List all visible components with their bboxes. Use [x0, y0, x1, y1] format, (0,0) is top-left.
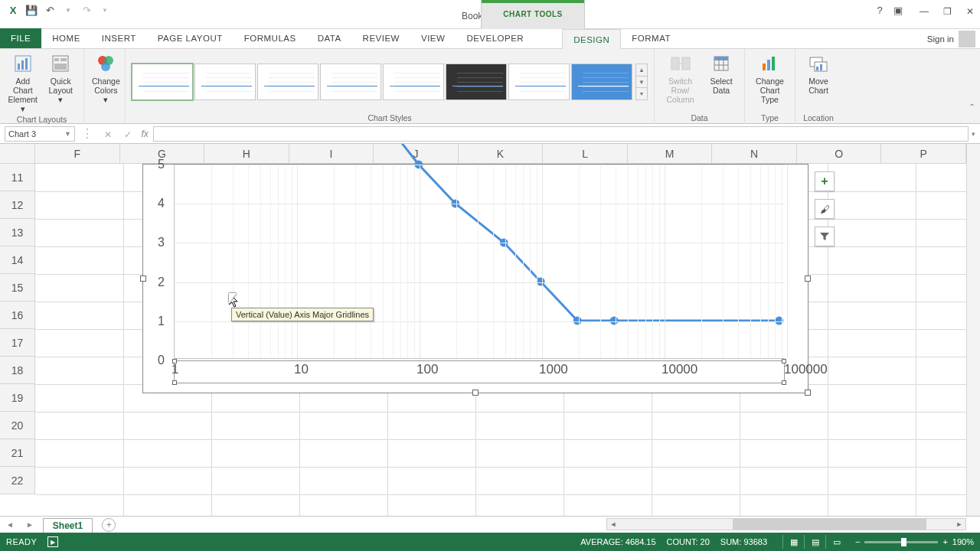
- column-headers[interactable]: FGHIJKLMNOP: [35, 144, 966, 164]
- chart-style-5[interactable]: [383, 64, 444, 100]
- row-header[interactable]: 18: [0, 357, 34, 384]
- horizontal-axis-selection[interactable]: [174, 360, 785, 383]
- row-headers[interactable]: 111213141516171819202122: [0, 164, 35, 494]
- tab-developer[interactable]: DEVELOPER: [456, 28, 534, 48]
- chart-elements-button[interactable]: +: [815, 171, 835, 191]
- zoom-out-icon[interactable]: −: [855, 537, 860, 546]
- tab-design[interactable]: DESIGN: [562, 29, 621, 49]
- sheet-tab-sheet1[interactable]: Sheet1: [43, 518, 93, 533]
- tab-review[interactable]: REVIEW: [352, 28, 410, 48]
- sign-in-link[interactable]: Sign in: [927, 29, 954, 49]
- resize-handle-right[interactable]: [805, 276, 811, 282]
- redo-icon[interactable]: ↷: [78, 2, 95, 18]
- restore-icon[interactable]: ❐: [940, 5, 954, 18]
- move-chart-button[interactable]: Move Chart: [800, 51, 837, 96]
- tab-insert[interactable]: INSERT: [91, 28, 147, 48]
- zoom-slider[interactable]: [864, 541, 938, 543]
- column-header[interactable]: O: [797, 144, 882, 163]
- macro-record-icon[interactable]: ▶: [47, 536, 58, 547]
- column-header[interactable]: M: [628, 144, 713, 163]
- quick-layout-button[interactable]: Quick Layout ▾: [43, 51, 80, 106]
- name-box-dropdown-icon[interactable]: ▼: [64, 130, 74, 138]
- zoom-level[interactable]: 190%: [952, 537, 974, 546]
- tab-page-layout[interactable]: PAGE LAYOUT: [147, 28, 234, 48]
- column-header[interactable]: N: [712, 144, 797, 163]
- new-sheet-button[interactable]: +: [102, 518, 116, 532]
- vertical-scrollbar[interactable]: [966, 144, 980, 516]
- enter-formula-icon: ✓: [124, 129, 132, 140]
- row-header[interactable]: 22: [0, 467, 34, 494]
- sheet-nav-next-icon[interactable]: ►: [20, 520, 40, 529]
- column-header[interactable]: I: [289, 144, 374, 163]
- select-all-corner[interactable]: [0, 144, 35, 164]
- tab-formulas[interactable]: FORMULAS: [234, 28, 307, 48]
- tab-data[interactable]: DATA: [307, 28, 352, 48]
- chart-styles-button[interactable]: 🖌: [815, 199, 835, 219]
- row-header[interactable]: 13: [0, 219, 34, 246]
- tab-home[interactable]: HOME: [41, 28, 91, 48]
- fx-icon[interactable]: fx: [141, 129, 148, 139]
- formula-input[interactable]: [153, 126, 969, 142]
- help-icon[interactable]: ?: [873, 5, 887, 16]
- row-header[interactable]: 19: [0, 384, 34, 412]
- normal-view-icon[interactable]: ▦: [782, 535, 804, 549]
- row-header[interactable]: 20: [0, 412, 34, 439]
- row-header[interactable]: 15: [0, 274, 34, 302]
- plot-area[interactable]: [174, 165, 785, 359]
- undo-icon[interactable]: ↶: [41, 2, 58, 18]
- chart-style-2[interactable]: [194, 64, 256, 100]
- column-header[interactable]: K: [459, 144, 544, 163]
- name-box[interactable]: Chart 3 ▼: [5, 126, 75, 142]
- worksheet-grid[interactable]: FGHIJKLMNOP 111213141516171819202122 012…: [0, 144, 980, 516]
- embedded-chart[interactable]: 012345 110100100010000100000: [142, 164, 808, 393]
- chart-style-6[interactable]: [446, 64, 507, 100]
- page-break-view-icon[interactable]: ▭: [825, 535, 847, 549]
- tab-format[interactable]: FORMAT: [621, 28, 681, 48]
- zoom-control[interactable]: − + 190%: [855, 537, 974, 546]
- qat-customize-icon[interactable]: ▼: [96, 2, 113, 18]
- expand-formula-bar-icon[interactable]: ▾: [972, 130, 975, 138]
- chart-style-8[interactable]: [571, 64, 632, 100]
- zoom-in-icon[interactable]: +: [942, 537, 947, 546]
- close-icon[interactable]: ✕: [963, 5, 977, 18]
- row-header[interactable]: 14: [0, 246, 34, 274]
- select-data-button[interactable]: Select Data: [703, 51, 740, 96]
- column-header[interactable]: F: [35, 144, 120, 163]
- column-header[interactable]: P: [881, 144, 966, 163]
- resize-handle-br[interactable]: [805, 390, 811, 396]
- svg-rect-6: [60, 58, 67, 61]
- column-header[interactable]: H: [204, 144, 289, 163]
- row-header[interactable]: 11: [0, 164, 34, 191]
- resize-handle-left[interactable]: [140, 276, 146, 282]
- save-icon[interactable]: 💾: [23, 2, 40, 18]
- row-header[interactable]: 12: [0, 191, 34, 219]
- minimize-icon[interactable]: —: [917, 5, 931, 18]
- chart-style-4[interactable]: [320, 64, 381, 100]
- gallery-scroll[interactable]: ▲▼▾: [635, 64, 648, 100]
- resize-handle-bottom[interactable]: [472, 390, 479, 396]
- collapse-ribbon-icon[interactable]: ˆ: [970, 103, 974, 115]
- row-header[interactable]: 17: [0, 329, 34, 357]
- chart-styles-gallery[interactable]: ▲▼▾: [130, 60, 649, 103]
- change-chart-type-button[interactable]: Change Chart Type: [750, 51, 790, 106]
- ribbon-display-options-icon[interactable]: ▣: [891, 5, 905, 16]
- row-header[interactable]: 21: [0, 439, 34, 467]
- add-chart-element-button[interactable]: Add Chart Element ▾: [5, 51, 41, 115]
- chart-style-3[interactable]: [257, 64, 318, 100]
- undo-dropdown-icon[interactable]: ▼: [60, 2, 77, 18]
- page-layout-view-icon[interactable]: ▤: [804, 535, 825, 549]
- tab-view[interactable]: VIEW: [410, 28, 456, 48]
- chart-style-1[interactable]: [132, 64, 193, 100]
- change-colors-button[interactable]: Change Colors ▾: [89, 51, 123, 106]
- column-header[interactable]: L: [543, 144, 628, 163]
- tab-file[interactable]: FILE: [0, 28, 41, 48]
- chart-filters-button[interactable]: [815, 227, 835, 246]
- data-series[interactable]: [175, 165, 785, 360]
- sheet-nav-prev-icon[interactable]: ◄: [0, 520, 20, 529]
- add-chart-element-label: Add Chart Element ▾: [8, 77, 38, 113]
- chart-style-7[interactable]: [508, 64, 570, 100]
- view-buttons[interactable]: ▦ ▤ ▭: [782, 535, 847, 549]
- user-avatar[interactable]: [959, 31, 975, 47]
- row-header[interactable]: 16: [0, 302, 34, 329]
- horizontal-scrollbar[interactable]: ◄►: [606, 518, 966, 530]
